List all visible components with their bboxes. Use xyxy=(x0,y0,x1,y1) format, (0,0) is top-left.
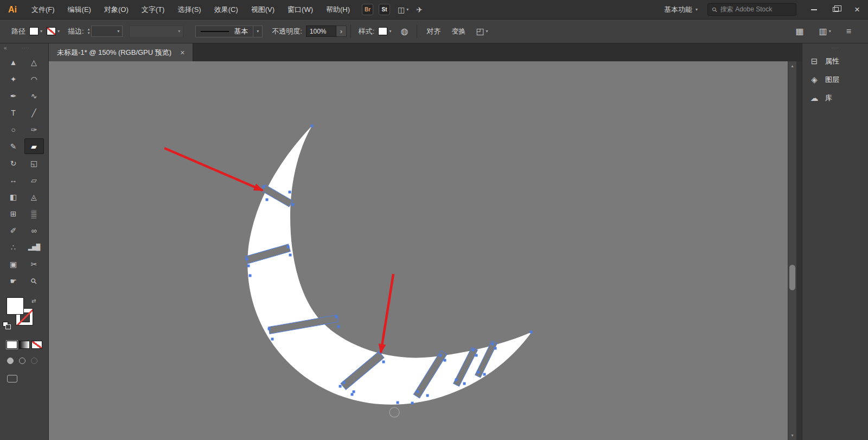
anchor-point[interactable] xyxy=(475,354,478,357)
close-button[interactable]: × xyxy=(846,0,868,19)
blend-tool[interactable]: ∞ xyxy=(24,222,44,238)
document-tab[interactable]: 未标题-1* @ 150% (RGB/GPU 预览) × xyxy=(49,43,193,61)
menu-view[interactable]: 视图(V) xyxy=(245,0,281,19)
eraser-tool[interactable]: ▰ xyxy=(24,138,44,154)
opacity-input[interactable]: 100% xyxy=(306,25,336,37)
anchor-point[interactable] xyxy=(292,203,295,206)
panel-grip[interactable]: ∙∙∙∙ xyxy=(806,45,864,50)
vertical-scrollbar[interactable]: ▴ ▾ xyxy=(788,61,796,440)
shape-properties-control[interactable]: ◰ ▾ xyxy=(476,26,488,36)
minimize-button[interactable] xyxy=(803,0,825,19)
chevron-down-icon[interactable]: ▾ xyxy=(58,29,60,34)
fill-swatch[interactable] xyxy=(29,27,39,35)
stepper-down-icon[interactable]: ▾ xyxy=(88,31,90,35)
anchor-point[interactable] xyxy=(472,349,475,352)
anchor-point[interactable] xyxy=(477,371,480,374)
share-icon[interactable]: ✈ xyxy=(416,5,423,14)
eyedropper-tool[interactable]: ✐ xyxy=(4,222,23,238)
menu-file[interactable]: 文件(F) xyxy=(25,0,61,19)
transform-button[interactable]: 变换 xyxy=(451,27,465,36)
recolor-artwork-icon[interactable]: ◍ xyxy=(400,26,408,36)
mesh-tool[interactable]: ⊞ xyxy=(4,206,23,221)
width-tool[interactable]: ↔ xyxy=(4,172,23,188)
anchor-point[interactable] xyxy=(271,338,274,341)
anchor-point[interactable] xyxy=(268,328,271,330)
menu-effect[interactable]: 效果(C) xyxy=(208,0,245,19)
pen-tool[interactable]: ✒ xyxy=(4,88,23,104)
anchor-point[interactable] xyxy=(289,254,292,257)
anchor-point[interactable] xyxy=(439,354,442,357)
magic-wand-tool[interactable]: ✦ xyxy=(4,71,23,87)
scale-tool[interactable]: ◱ xyxy=(24,155,44,171)
lasso-tool[interactable]: ◠ xyxy=(24,71,44,87)
chevron-down-icon[interactable]: ▾ xyxy=(389,29,391,34)
moon-shape[interactable] xyxy=(247,126,532,405)
selection-tool[interactable]: ▲ xyxy=(4,54,23,70)
pencil-tool[interactable]: ✎ xyxy=(4,138,23,154)
align-button[interactable]: 对齐 xyxy=(426,27,441,36)
paintbrush-tool[interactable]: ✑ xyxy=(24,122,44,137)
anchor-point[interactable] xyxy=(247,265,250,267)
line-segment-tool[interactable]: ╱ xyxy=(24,105,44,120)
anchor-point[interactable] xyxy=(335,316,338,318)
canvas[interactable] xyxy=(49,61,788,440)
none-button[interactable] xyxy=(31,341,42,349)
anchor-point[interactable] xyxy=(353,391,355,393)
anchor-point[interactable] xyxy=(337,326,340,328)
rotate-tool[interactable]: ↻ xyxy=(4,155,23,171)
menu-edit[interactable]: 编辑(E) xyxy=(61,0,98,19)
anchor-point[interactable] xyxy=(351,393,354,396)
anchor-point[interactable] xyxy=(444,359,446,362)
anchor-point[interactable] xyxy=(530,331,533,334)
draw-behind-button[interactable] xyxy=(19,358,25,364)
symbol-sprayer-tool[interactable]: ∴ xyxy=(4,239,23,255)
anchor-point[interactable] xyxy=(426,394,429,397)
screen-mode-button[interactable] xyxy=(7,375,17,382)
default-fill-stroke-icon[interactable] xyxy=(3,322,11,329)
gradient-button[interactable] xyxy=(19,341,30,349)
draw-inside-button[interactable] xyxy=(31,358,37,364)
scroll-up-icon[interactable]: ▴ xyxy=(791,61,793,71)
anchor-point[interactable] xyxy=(455,379,458,381)
menu-object[interactable]: 对象(O) xyxy=(98,0,135,19)
anchor-point[interactable] xyxy=(417,391,419,393)
column-graph-tool[interactable]: ▂▅█ xyxy=(24,239,44,255)
panel-tab-properties[interactable]: ⊟属性 xyxy=(802,52,868,71)
menu-select[interactable]: 选择(S) xyxy=(171,0,207,19)
gradient-tool[interactable]: ▒ xyxy=(24,206,44,221)
draw-normal-button[interactable] xyxy=(7,358,14,364)
anchor-point[interactable] xyxy=(492,343,494,346)
anchor-point[interactable] xyxy=(339,385,342,388)
workspace-switcher[interactable]: 基本功能 ▾ xyxy=(664,5,698,15)
anchor-point[interactable] xyxy=(411,402,414,405)
zoom-tool[interactable]: ⚲ xyxy=(24,273,44,289)
style-control[interactable]: ▾ xyxy=(378,27,395,35)
anchor-point[interactable] xyxy=(397,401,399,404)
fill-color-control[interactable]: ▾ xyxy=(29,27,47,35)
stock-icon[interactable]: St xyxy=(379,4,390,15)
bridge-icon[interactable]: Br xyxy=(362,4,373,15)
anchor-point[interactable] xyxy=(263,186,265,188)
anchor-point[interactable] xyxy=(483,373,486,376)
anchor-point[interactable] xyxy=(463,382,466,385)
opacity-more-button[interactable]: › xyxy=(336,25,347,37)
shape-builder-tool[interactable]: ◧ xyxy=(4,189,23,205)
arrange-documents-icon[interactable]: ▦ xyxy=(795,26,803,36)
anchor-point[interactable] xyxy=(246,258,248,260)
tab-close-icon[interactable]: × xyxy=(180,48,184,57)
anchor-point[interactable] xyxy=(343,381,346,384)
stroke-swatch[interactable] xyxy=(47,27,56,35)
stroke-color-control[interactable]: ▾ xyxy=(47,27,64,35)
anchor-point[interactable] xyxy=(382,361,385,364)
menu-help[interactable]: 帮助(H) xyxy=(320,0,356,19)
menu-type[interactable]: 文字(T) xyxy=(135,0,171,19)
direct-selection-tool[interactable]: △ xyxy=(24,54,44,70)
free-transform-tool[interactable]: ▱ xyxy=(24,172,44,188)
artboard-tool[interactable]: ▣ xyxy=(4,256,23,272)
style-swatch[interactable] xyxy=(378,27,387,35)
panel-tab-layers[interactable]: ◈图层 xyxy=(802,71,868,89)
color-button[interactable] xyxy=(7,341,17,349)
panel-menu-icon[interactable]: ≡ xyxy=(846,27,851,36)
curvature-tool[interactable]: ∿ xyxy=(24,88,44,104)
chevron-down-icon[interactable]: ▾ xyxy=(40,29,42,34)
